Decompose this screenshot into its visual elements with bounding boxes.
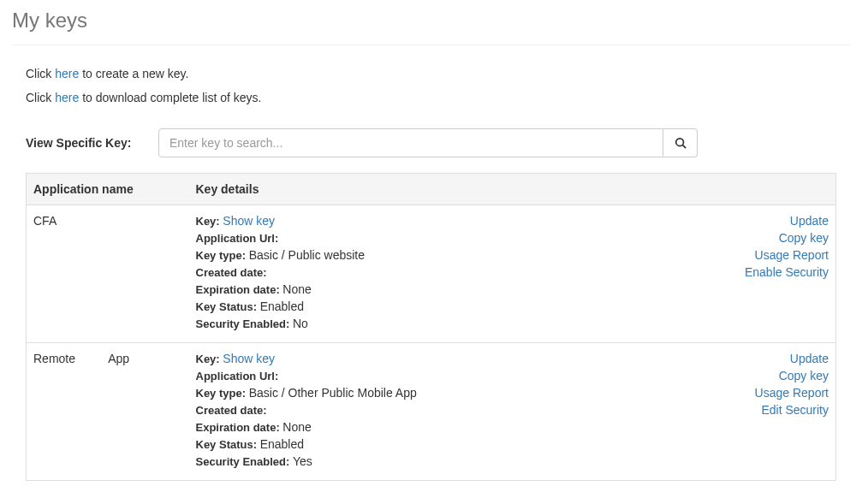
usage-report-link[interactable]: Usage Report (755, 248, 829, 262)
security-enabled-label: Security Enabled: (196, 455, 293, 468)
col-key-details: Key details (189, 174, 836, 205)
page-title: My keys (12, 9, 850, 33)
app-name-cell: CFA (27, 205, 189, 343)
col-app-name: Application name (27, 174, 189, 205)
create-prefix: Click (26, 67, 55, 80)
search-label: View Specific Key: (26, 136, 158, 150)
key-details-cell: Key: Show keyApplication Url: Key type: … (189, 205, 645, 343)
key-label: Key: (196, 353, 223, 365)
download-suffix: to download complete list of keys. (79, 91, 261, 104)
search-icon (675, 137, 687, 149)
create-key-line: Click here to create a new key. (26, 67, 850, 80)
update-link[interactable]: Update (790, 352, 829, 365)
actions-cell: UpdateCopy keyUsage ReportEnable Securit… (645, 205, 836, 343)
keys-table: Application name Key details CFAKey: Sho… (26, 173, 836, 481)
expiration-date-value: None (282, 282, 311, 296)
expiration-date-value: None (282, 420, 311, 434)
security-link[interactable]: Enable Security (745, 265, 829, 279)
table-row: CFAKey: Show keyApplication Url: Key typ… (27, 205, 836, 343)
download-keys-line: Click here to download complete list of … (26, 91, 850, 104)
create-key-link[interactable]: here (55, 67, 79, 80)
key-type-value: Basic / Public website (249, 248, 365, 262)
table-row: Remote AppKey: Show keyApplication Url: … (27, 343, 836, 481)
create-suffix: to create a new key. (79, 67, 188, 80)
usage-report-link[interactable]: Usage Report (755, 386, 829, 400)
key-type-label: Key type: (196, 387, 249, 400)
expiration-date-label: Expiration date: (196, 283, 283, 296)
copy-key-link[interactable]: Copy key (779, 231, 829, 245)
download-prefix: Click (26, 91, 55, 104)
security-enabled-label: Security Enabled: (196, 317, 293, 330)
copy-key-link[interactable]: Copy key (779, 369, 829, 382)
app-name-cell: Remote App (27, 343, 189, 481)
download-keys-link[interactable]: here (55, 91, 79, 104)
key-status-value: Enabled (260, 299, 304, 313)
show-key-link[interactable]: Show key (223, 214, 275, 228)
expiration-date-label: Expiration date: (196, 421, 283, 434)
divider (12, 44, 850, 45)
created-date-label: Created date: (196, 404, 267, 417)
update-link[interactable]: Update (790, 214, 829, 228)
key-status-value: Enabled (260, 437, 304, 451)
key-type-value: Basic / Other Public Mobile App (249, 386, 417, 400)
security-link[interactable]: Edit Security (761, 403, 829, 417)
search-input[interactable] (158, 128, 663, 157)
key-status-label: Key Status: (196, 300, 260, 313)
security-enabled-value: No (293, 317, 308, 330)
search-button[interactable] (663, 128, 698, 157)
key-label: Key: (196, 215, 223, 228)
actions-cell: UpdateCopy keyUsage ReportEdit Security (645, 343, 836, 481)
key-status-label: Key Status: (196, 438, 260, 451)
svg-point-0 (675, 139, 683, 146)
key-type-label: Key type: (196, 249, 249, 262)
created-date-label: Created date: (196, 266, 267, 279)
app-url-label: Application Url: (196, 370, 279, 382)
show-key-link[interactable]: Show key (223, 352, 275, 365)
security-enabled-value: Yes (293, 454, 312, 468)
key-details-cell: Key: Show keyApplication Url: Key type: … (189, 343, 645, 481)
svg-line-1 (682, 145, 686, 149)
app-url-label: Application Url: (196, 232, 279, 245)
